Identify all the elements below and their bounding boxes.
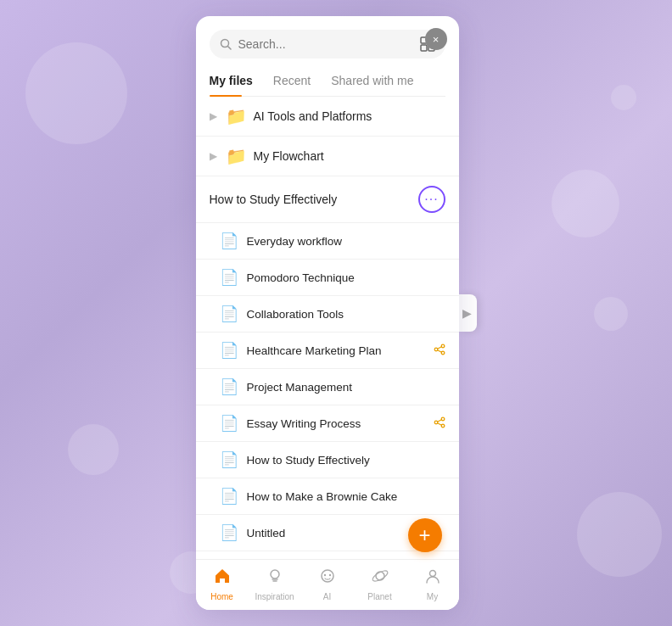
- file-name: Healthcare Marketing Plan: [247, 344, 422, 357]
- file-doc-icon: 📄: [220, 305, 238, 323]
- tabs-bar: My files Recent Shared with me: [210, 69, 445, 97]
- search-icon: [220, 38, 232, 50]
- file-project-mgmt[interactable]: 📄 Project Management: [196, 369, 459, 405]
- file-list: ▶ 📁 AI Tools and Platforms ▶ 📁 My Flowch…: [196, 97, 459, 559]
- nav-planet[interactable]: Planet: [354, 567, 406, 601]
- folder-ai-tools[interactable]: ▶ 📁 AI Tools and Platforms: [196, 97, 459, 137]
- file-essay-writing[interactable]: 📄 Essay Writing Process: [196, 405, 459, 442]
- inspiration-icon: [266, 567, 284, 590]
- section-title: How to Study Effectively: [210, 193, 338, 206]
- nav-home[interactable]: Home: [196, 567, 249, 601]
- file-doc-icon: 📄: [220, 232, 238, 250]
- ai-icon: [318, 567, 337, 590]
- svg-line-1: [227, 47, 231, 50]
- expand-panel-arrow[interactable]: ▶: [458, 294, 477, 332]
- folder-ai-tools-label: AI Tools and Platforms: [254, 109, 372, 123]
- file-brownie-cake[interactable]: 📄 How to Make a Brownie Cake: [196, 478, 459, 515]
- close-icon: ×: [433, 34, 440, 45]
- file-everyday-workflow[interactable]: 📄 Everyday workflow: [196, 223, 459, 260]
- svg-point-22: [429, 571, 435, 577]
- file-doc-icon: 📄: [220, 341, 238, 360]
- add-icon: +: [418, 523, 430, 547]
- file-name: How to Study Effectively: [247, 454, 445, 467]
- nav-planet-label: Planet: [367, 592, 391, 601]
- svg-line-14: [437, 419, 441, 421]
- folder-ai-tools-icon: 📁: [226, 106, 247, 126]
- svg-point-17: [322, 570, 333, 582]
- search-bar: [210, 30, 445, 59]
- file-collab-tools[interactable]: 📄 Collaboration Tools: [196, 296, 459, 333]
- chevron-right-icon: ▶: [462, 306, 472, 320]
- svg-point-20: [376, 572, 384, 580]
- svg-line-15: [437, 422, 441, 424]
- file-name: Pomodoro Technique: [247, 271, 445, 284]
- main-panel: × My files Recent: [196, 16, 459, 610]
- svg-rect-4: [421, 45, 427, 51]
- folder-my-flowchart-icon: 📁: [226, 146, 247, 166]
- file-doc-icon: 📄: [220, 487, 238, 506]
- file-healthcare-marketing[interactable]: 📄 Healthcare Marketing Plan: [196, 333, 459, 369]
- close-button[interactable]: ×: [425, 28, 447, 50]
- svg-point-11: [441, 417, 445, 421]
- nav-inspiration-label: Inspiration: [255, 592, 294, 601]
- file-doc-icon: 📄: [220, 377, 238, 396]
- tab-my-files[interactable]: My files: [210, 69, 263, 96]
- file-name: How to Make a Brownie Cake: [247, 490, 445, 503]
- search-input[interactable]: [238, 37, 413, 51]
- share-icon: [434, 416, 445, 431]
- nav-inspiration[interactable]: Inspiration: [249, 567, 301, 601]
- section-how-to-study[interactable]: How to Study Effectively ···: [196, 176, 459, 223]
- home-icon: [213, 567, 232, 590]
- folder-my-flowchart-label: My Flowchart: [254, 149, 324, 163]
- file-untitled-2[interactable]: 📄 Untitled: [196, 551, 459, 559]
- file-doc-icon: 📄: [220, 450, 238, 469]
- chevron-icon: ▶: [210, 150, 217, 162]
- svg-point-21: [371, 569, 389, 584]
- my-icon: [423, 567, 442, 590]
- tab-recent[interactable]: Recent: [273, 69, 321, 96]
- file-name: Essay Writing Process: [247, 417, 422, 430]
- more-options-button[interactable]: ···: [418, 186, 445, 213]
- nav-my[interactable]: My: [406, 567, 459, 601]
- svg-point-18: [323, 574, 325, 576]
- svg-point-8: [441, 351, 445, 355]
- nav-my-label: My: [427, 592, 438, 601]
- svg-line-9: [437, 346, 441, 348]
- file-pomodoro[interactable]: 📄 Pomodoro Technique: [196, 260, 459, 296]
- nav-ai-label: AI: [323, 592, 331, 601]
- svg-point-13: [441, 424, 445, 428]
- svg-point-19: [328, 574, 330, 576]
- file-name: Everyday workflow: [247, 235, 445, 248]
- more-dots-icon: ···: [424, 192, 438, 207]
- svg-point-6: [441, 344, 445, 348]
- tab-shared-with-me[interactable]: Shared with me: [331, 69, 423, 96]
- file-name: Project Management: [247, 381, 445, 394]
- file-name: Collaboration Tools: [247, 308, 445, 321]
- file-how-to-study[interactable]: 📄 How to Study Effectively: [196, 442, 459, 478]
- nav-home-label: Home: [210, 592, 233, 601]
- folder-my-flowchart[interactable]: ▶ 📁 My Flowchart: [196, 137, 459, 176]
- share-icon: [434, 344, 445, 358]
- nav-ai[interactable]: AI: [301, 567, 354, 601]
- add-button[interactable]: +: [408, 518, 442, 552]
- panel-wrapper: × My files Recent: [196, 16, 477, 610]
- svg-point-12: [434, 421, 438, 424]
- chevron-icon: ▶: [210, 110, 217, 122]
- file-doc-icon: 📄: [220, 523, 238, 542]
- file-doc-icon: 📄: [220, 268, 238, 287]
- bottom-nav: Home Inspiration: [196, 559, 459, 610]
- planet-icon: [371, 567, 389, 590]
- file-doc-icon: 📄: [220, 414, 238, 433]
- svg-line-10: [437, 349, 441, 351]
- svg-point-7: [434, 348, 438, 351]
- svg-point-16: [271, 570, 279, 578]
